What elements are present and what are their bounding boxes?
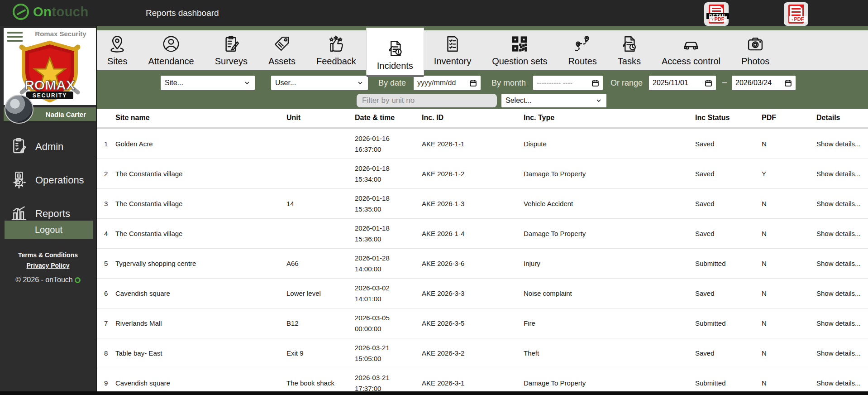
table-row: 5Tygervally shopping centreA662026-01-28… [97, 249, 868, 279]
tab-label: Tasks [618, 56, 641, 67]
map-pin-icon [108, 34, 127, 55]
sidebar-item-operations[interactable]: Operations [0, 164, 96, 197]
table-row: 8Table bay- EastExit 92026-03-2115:05:00… [97, 338, 868, 368]
unit-filter-input[interactable]: Filter by unit no [357, 94, 497, 107]
range-end-input[interactable]: 2026/03/24 [732, 76, 796, 90]
inc-status-cell: Saved [695, 349, 762, 357]
site-name-cell: The Constantia village [115, 230, 286, 237]
or-range-label: Or range [610, 78, 643, 88]
inc-type-cell: Theft [524, 349, 695, 357]
logout-button[interactable]: Logout [5, 221, 93, 239]
pdf-cell: N [762, 230, 816, 237]
tab-label: Access control [662, 56, 720, 67]
sidebar-item-admin[interactable]: Admin [0, 130, 96, 164]
tab-label: Feedback [316, 56, 356, 67]
date-value: 2026-03-21 [355, 342, 419, 353]
inc-status-cell: Submitted [695, 260, 762, 267]
range-separator: – [722, 77, 727, 87]
inc-status-cell: Saved [695, 170, 762, 178]
tab-label: Photos [741, 56, 769, 67]
tab-photos[interactable]: Photos [731, 30, 780, 70]
inc-id-cell: AKE 2026-1-4 [422, 230, 524, 237]
show-details-link[interactable]: Show details... [816, 200, 868, 207]
row-number: 3 [97, 200, 115, 207]
company-logo: Romax Security ROMAX SECURITY [4, 28, 96, 105]
date-time-cell: 2026-01-2814:00:00 [355, 253, 422, 274]
user-select[interactable]: User... [271, 76, 368, 90]
tab-assets[interactable]: Assets [258, 30, 306, 70]
time-value: 14:01:00 [355, 294, 419, 304]
tag-icon [272, 34, 291, 55]
tab-tasks[interactable]: Tasks [607, 30, 651, 70]
date-time-cell: 2026-03-0500:00:00 [355, 313, 422, 334]
site-select[interactable]: Site... [161, 76, 255, 90]
tab-inventory[interactable]: Inventory [424, 30, 482, 70]
date-value: 2026-01-16 [355, 133, 419, 144]
site-name-cell: Riverlands Mall [115, 319, 286, 327]
inc-status-cell: Saved [695, 200, 762, 207]
by-month-input[interactable]: ---------- ---- [533, 76, 603, 90]
show-details-link[interactable]: Show details... [816, 170, 868, 178]
tab-question-sets[interactable]: Question sets [482, 30, 558, 70]
unit-cell: A66 [286, 260, 355, 267]
reports-dashboard-page: Ontouch Reports dashboard DETAIL PDF PDF… [0, 0, 868, 395]
inc-status-cell: Submitted [695, 379, 762, 387]
site-name-cell: Golden Acre [115, 140, 286, 148]
pdf-cell: N [762, 349, 816, 357]
incidents-table: Site name Unit Date & time Inc. ID Inc. … [97, 109, 868, 391]
svg-text:ROMAX: ROMAX [24, 77, 75, 92]
privacy-link[interactable]: Privacy Policy [0, 262, 96, 269]
time-value: 00:00:00 [355, 323, 419, 334]
tab-incidents[interactable]: Incidents [367, 28, 424, 75]
inc-type-cell: Dispute [524, 140, 695, 148]
date-time-cell: 2026-01-1616:37:00 [355, 133, 422, 154]
brand-name: Ontouch [33, 5, 89, 19]
export-detail-pdf-button[interactable]: DETAIL PDF [704, 2, 729, 26]
time-value: 15:36:00 [355, 234, 419, 244]
date-value: 2026-01-18 [355, 193, 419, 203]
inc-type-cell: Fire [524, 319, 695, 327]
calendar-icon [784, 79, 792, 87]
ontouch-logo[interactable]: Ontouch [13, 4, 89, 20]
hamburger-menu-icon[interactable] [7, 32, 23, 44]
type-select[interactable]: Select... [501, 94, 606, 107]
show-details-link[interactable]: Show details... [816, 140, 868, 148]
survey-clipboard-icon [222, 34, 241, 55]
inc-type-cell: Vehicle Accident [524, 200, 695, 207]
unit-cell: Lower level [286, 289, 355, 297]
show-details-link[interactable]: Show details... [816, 379, 868, 387]
tab-sites[interactable]: Sites [97, 30, 138, 70]
row-number: 8 [97, 349, 115, 357]
by-date-input[interactable]: yyyy/mm/dd [414, 76, 481, 90]
inventory-list-icon [443, 34, 462, 55]
tab-label: Incidents [377, 61, 413, 71]
range-start-input[interactable]: 2025/11/01 [649, 76, 716, 90]
show-details-link[interactable]: Show details... [816, 319, 868, 327]
tab-surveys[interactable]: Surveys [205, 30, 258, 70]
tab-label: Sites [107, 56, 127, 67]
tab-feedback[interactable]: Feedback [306, 30, 367, 70]
tab-label: Routes [568, 56, 596, 67]
show-details-link[interactable]: Show details... [816, 349, 868, 357]
show-details-link[interactable]: Show details... [816, 230, 868, 237]
tab-access-control[interactable]: Access control [651, 30, 731, 70]
tab-attendance[interactable]: Attendance [138, 30, 204, 70]
show-details-link[interactable]: Show details... [816, 260, 868, 267]
romax-shield-logo-icon: ROMAX SECURITY [8, 34, 91, 102]
ontouch-mini-logo-icon [75, 277, 81, 283]
table-row: 6Cavendish squareLower level2026-03-0214… [97, 279, 868, 308]
calendar-icon [705, 79, 712, 87]
col-details: Details [816, 114, 868, 122]
date-time-cell: 2026-03-2115:05:00 [355, 342, 422, 364]
date-value: 2026-01-18 [355, 223, 419, 233]
tab-routes[interactable]: Routes [558, 30, 607, 70]
inc-status-cell: Submitted [695, 319, 762, 327]
module-tabs: SitesAttendanceSurveysAssetsFeedbackInci… [97, 30, 868, 70]
terms-link[interactable]: Terms & Conditions [0, 251, 96, 259]
bottom-bar [0, 391, 868, 395]
date-time-cell: 2026-01-1815:35:00 [355, 193, 422, 214]
show-details-link[interactable]: Show details... [816, 289, 868, 297]
calendar-icon [591, 79, 599, 87]
user-avatar[interactable] [5, 95, 33, 124]
export-pdf-button[interactable]: PDF [784, 2, 808, 26]
